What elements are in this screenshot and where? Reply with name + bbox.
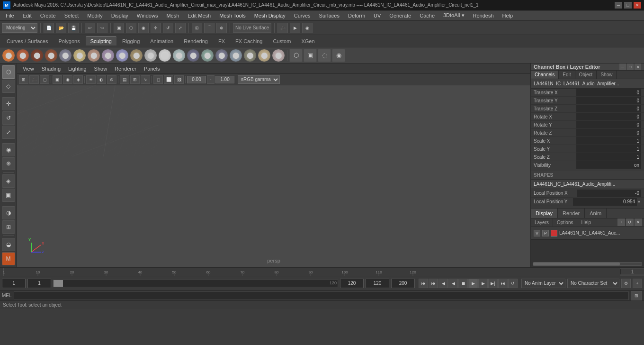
sculpt-pinch-btn[interactable]: ⬤ [16,49,29,62]
show-manip-btn[interactable]: ◈ [2,174,15,188]
menu-edit-mesh[interactable]: Edit Mesh [184,12,215,19]
translate-x-input[interactable] [576,89,641,96]
rotate-y-row[interactable]: Rotate Y [531,121,644,129]
camera-btn[interactable]: 🎥 [277,23,288,33]
sculpt-bulge-btn[interactable]: ⬤ [101,49,115,62]
menu-file[interactable]: File [2,12,18,19]
menu-surfaces[interactable]: Surfaces [315,12,343,19]
layer-p-btn[interactable]: P [542,230,549,236]
outliner-btn[interactable]: ▣ [2,189,15,202]
scale-z-row[interactable]: Scale Z [531,153,644,161]
window-controls[interactable]: ─ □ ✕ [615,2,641,9]
tab-custom[interactable]: Custom [268,37,296,45]
camera-view-btn[interactable]: ⊞ [2,220,15,234]
tab-fx[interactable]: FX [214,37,230,45]
dp-tab-display[interactable]: Display [531,209,558,218]
dp-layers-tab[interactable]: Layers [531,218,553,227]
dp-tab-render[interactable]: Render [558,209,585,218]
menu-rendesh[interactable]: Rendesh [469,12,498,19]
menu-curves[interactable]: Curves [290,12,314,19]
dp-options-tab[interactable]: Options [553,218,577,227]
layer-del-btn[interactable]: ✕ [635,218,642,226]
menu-mesh-display[interactable]: Mesh Display [250,12,289,19]
menu-generate[interactable]: Generate [385,12,415,19]
end-frame-input[interactable] [340,279,364,288]
translate-y-row[interactable]: Translate Y [531,97,644,105]
vp-menu-lighting[interactable]: Lighting [65,65,89,72]
viewport[interactable]: View Shading Lighting Show Renderer Pane… [17,64,530,267]
menu-mesh[interactable]: Mesh [162,12,183,19]
sculpt-fill-btn[interactable]: ⬤ [59,49,72,62]
script-editor-btn[interactable]: ⊞ [631,291,642,300]
sculpt-relax-btn[interactable]: ⬤ [2,49,15,62]
sculpt-imprint-btn[interactable]: ⬤ [201,49,214,62]
timeline-ruler[interactable]: 1 10 20 30 40 50 60 70 80 90 100 110 120 [0,267,644,276]
maya-logo-btn[interactable]: M [2,252,15,265]
vp-tex-btn[interactable]: ◈ [73,75,83,84]
selected-object-name[interactable]: LA4461N_IC_LA4461_Audio_Amplifier... [531,79,644,89]
sculpt-smooth-btn[interactable]: ⬤ [73,49,86,62]
render-region-btn[interactable]: ◒ [2,238,15,251]
panel-expand-btn[interactable]: □ [627,64,634,70]
vp-curve-btn[interactable]: ∿ [141,75,150,84]
tab-fx-caching[interactable]: FX Caching [231,37,267,45]
close-button[interactable]: ✕ [634,2,641,9]
tab-rendering[interactable]: Rendering [179,37,213,45]
translate-z-input[interactable] [576,105,641,112]
vp-frame-btn[interactable]: ⊞ [19,75,28,84]
vp-ao-btn[interactable]: ⊙ [107,75,116,84]
open-btn[interactable]: 📂 [56,23,66,33]
undo-btn[interactable]: ↩ [85,23,95,33]
scale-tool-btn[interactable]: ⤢ [2,126,15,139]
scale-x-row[interactable]: Scale X [531,137,644,145]
vp-light-btn[interactable]: ☀ [86,75,96,84]
tab-curves-surfaces[interactable]: Curves / Surfaces [2,37,53,45]
loop-btn[interactable]: ↺ [508,279,518,288]
prev-frame-btn[interactable]: ⏮ [429,279,438,288]
sym2-icon-btn[interactable]: ▣ [304,49,317,62]
vp-val2-input[interactable] [215,76,234,83]
dp-help-tab[interactable]: Help [577,218,595,227]
sym-icon-btn[interactable]: ⬡ [289,49,303,62]
local-pos-x-row[interactable]: Local Position X [531,189,644,198]
redo-btn[interactable]: ↪ [97,23,107,33]
tab-polygons[interactable]: Polygons [54,37,84,45]
shape-object-name[interactable]: LA4461N_IC_LA4461_Audio_Amplifi... [531,180,644,189]
snap-grid-btn[interactable]: ⊞ [192,23,202,33]
scale-y-row[interactable]: Scale Y [531,145,644,153]
minimize-button[interactable]: ─ [615,2,622,9]
menu-create[interactable]: Create [36,12,60,19]
vp-wire-btn[interactable]: ▣ [53,75,62,84]
move-btn[interactable]: ✛ [151,23,161,33]
maximize-button[interactable]: □ [624,2,632,9]
prev-key-btn[interactable]: ◀ [438,279,448,288]
snap-point-btn[interactable]: ⊕ [216,23,227,33]
menu-windows[interactable]: Windows [133,12,162,19]
sculpt-blend-btn[interactable]: ⬤ [45,49,58,62]
vp-img-btn[interactable]: 🖼 [174,75,184,84]
panel-controls[interactable]: ─ □ ✕ [619,64,641,70]
vp-cam-btn[interactable]: 🎥 [29,75,39,84]
local-pos-y-row[interactable]: Local Position Y ▼ [531,198,644,206]
local-pos-y-expand-icon[interactable]: ▼ [637,200,641,204]
layer-new-btn[interactable]: + [617,218,625,226]
timeline-track[interactable]: 1 10 20 30 40 50 60 70 80 90 100 110 120 [0,268,620,276]
visibility-row[interactable]: Visibility [531,161,644,169]
next-key-btn[interactable]: ▶ [478,279,488,288]
vp-shade-btn[interactable]: ◉ [63,75,72,84]
sculpt-repeat-btn[interactable]: ⬤ [187,49,200,62]
tab-xgen[interactable]: XGen [296,37,319,45]
next-frame-btn[interactable]: ▶| [488,279,498,288]
anim-layer-settings-btn[interactable]: ⚙ [621,279,631,288]
translate-y-input[interactable] [576,97,641,104]
snap-btn[interactable]: ⊕ [2,157,15,171]
scale-z-input[interactable] [576,153,641,161]
tab-rigging[interactable]: Rigging [117,37,144,45]
vp-grid-btn[interactable]: ⊞ [130,75,140,84]
go-start-btn[interactable]: ⏮ [419,279,428,288]
sym3-icon-btn[interactable]: ◌ [318,49,331,62]
lasso-btn[interactable]: ⬡ [126,23,136,33]
visibility-input[interactable] [576,161,641,169]
tab-show[interactable]: Show [597,71,617,79]
scale-x-input[interactable] [576,137,641,145]
